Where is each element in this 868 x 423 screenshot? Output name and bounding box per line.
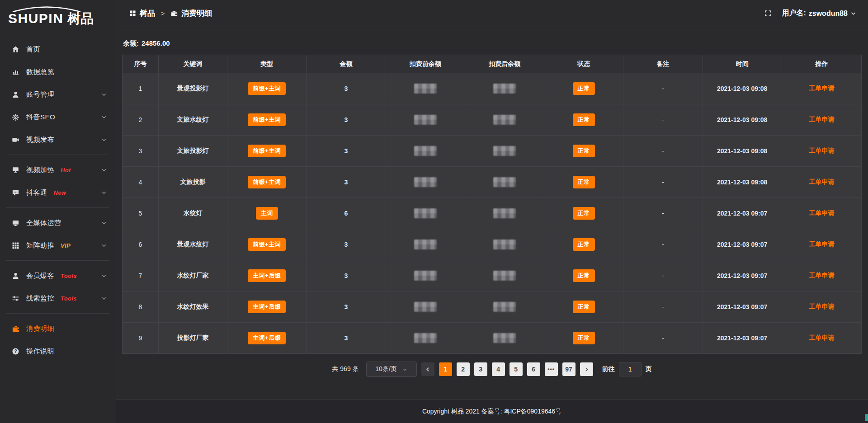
time-cell: 2021-12-03 09:08: [703, 104, 782, 136]
ticket-request-link[interactable]: 工单申请: [809, 272, 834, 280]
type-badge: 主词+后缀: [248, 332, 286, 344]
ticket-request-link[interactable]: 工单申请: [809, 85, 834, 93]
remark-cell: -: [623, 198, 703, 229]
ticket-request-link[interactable]: 工单申请: [809, 116, 834, 124]
chat-bubble-icon: [12, 189, 19, 197]
ticket-request-link[interactable]: 工单申请: [809, 209, 834, 217]
breadcrumb-root[interactable]: 树品: [129, 8, 155, 19]
redacted-balance-after: [493, 333, 516, 343]
type-cell: 前缀+主词: [227, 167, 307, 198]
sidebar-item-data-overview[interactable]: 数据总览: [0, 61, 116, 83]
keyword-cell: 景观投影灯: [159, 73, 227, 104]
column-header: 备注: [623, 55, 703, 73]
row-index-cell: 3: [123, 136, 159, 167]
page-button[interactable]: 2: [457, 362, 470, 376]
type-cell: 前缀+主词: [227, 136, 307, 167]
topbar: 树品 > 消费明细 用户名: zswodun88: [116, 0, 868, 27]
balance-label: 余额:: [123, 39, 139, 47]
chevron-down-icon: [402, 367, 407, 372]
redacted-balance-after: [493, 271, 516, 281]
balance-before-cell: [386, 291, 465, 323]
sidebar-item-home[interactable]: 首页: [0, 38, 116, 61]
prev-page-button[interactable]: [421, 362, 434, 376]
page-buttons: 123456•••97: [439, 362, 576, 376]
sidebar-item-label: 抖客通: [26, 188, 47, 197]
next-page-button[interactable]: [580, 362, 593, 376]
time-cell: 2021-12-03 09:07: [703, 260, 782, 291]
page-button[interactable]: 5: [509, 362, 523, 376]
breadcrumb-current[interactable]: 消费明细: [170, 8, 212, 19]
type-cell: 主词: [227, 198, 307, 229]
status-cell: 正常: [544, 323, 623, 354]
balance-after-cell: [465, 73, 544, 104]
sidebar-item-matrix-boost[interactable]: 矩阵助推 VIP: [0, 234, 116, 257]
amount-cell: 3: [307, 291, 386, 323]
sidebar-item-douyin-seo[interactable]: 抖音SEO: [0, 106, 116, 128]
chevron-down-icon: [101, 273, 107, 278]
column-header: 关键词: [159, 55, 227, 73]
sidebar-item-lead-monitor[interactable]: 线索监控 Tools: [0, 287, 116, 310]
goto-page: 前往 页: [602, 362, 652, 376]
page-button[interactable]: 3: [474, 362, 487, 376]
redacted-balance-after: [493, 115, 516, 125]
breadcrumb-root-label: 树品: [140, 8, 155, 19]
more-pages-button[interactable]: •••: [545, 362, 558, 376]
gear-icon: [12, 113, 19, 121]
sidebar-item-doukewtong[interactable]: 抖客通 New: [0, 181, 116, 204]
column-header: 操作: [782, 55, 861, 73]
dashboard-icon: [129, 10, 136, 17]
sidebar-item-label: 数据总览: [26, 68, 54, 76]
keyword-cell: 投影灯厂家: [159, 323, 227, 354]
user-dropdown[interactable]: 用户名: zswodun88: [782, 9, 856, 18]
ticket-request-link[interactable]: 工单申请: [809, 147, 834, 155]
sidebar-item-account-management[interactable]: 账号管理: [0, 83, 116, 106]
video-camera-icon: [12, 136, 19, 144]
ticket-request-link[interactable]: 工单申请: [809, 303, 834, 311]
type-badge: 主词+后缀: [248, 269, 286, 282]
keyword-cell: 水纹灯效果: [159, 291, 227, 323]
logo[interactable]: SHUPIN 树品: [0, 5, 116, 31]
chevron-down-icon: [101, 114, 107, 120]
action-cell: 工单申请: [782, 323, 861, 354]
footer: Copyright 树品 2021 备案号: 粤ICP备09019646号: [116, 400, 868, 423]
sidebar-item-instructions[interactable]: ? 操作说明: [0, 340, 116, 362]
page-size-select[interactable]: 10条/页: [366, 362, 417, 377]
column-header: 序号: [123, 55, 159, 73]
row-index-cell: 5: [123, 198, 159, 229]
sidebar-item-video-publish[interactable]: 视频发布: [0, 128, 116, 151]
vip-tag: VIP: [61, 242, 71, 249]
page-button[interactable]: 4: [492, 362, 505, 376]
keyword-cell: 景观水纹灯: [159, 229, 227, 260]
remark-cell: -: [623, 136, 703, 167]
ticket-request-link[interactable]: 工单申请: [809, 240, 834, 249]
amount-cell: 3: [307, 323, 386, 354]
page-button[interactable]: 6: [527, 362, 540, 376]
nav-divider: [6, 155, 109, 155]
goto-page-input[interactable]: [619, 362, 642, 376]
column-header: 类型: [227, 55, 307, 73]
username-label: 用户名:: [782, 9, 806, 18]
ticket-request-link[interactable]: 工单申请: [809, 178, 834, 186]
nav-divider: [6, 207, 109, 208]
sidebar-item-consumption-detail[interactable]: 消费明细: [0, 317, 116, 340]
action-cell: 工单申请: [782, 104, 861, 136]
page-button[interactable]: 97: [562, 362, 576, 376]
sidebar-item-label: 抖音SEO: [26, 113, 55, 122]
ticket-request-link[interactable]: 工单申请: [809, 334, 834, 342]
chevron-down-icon: [101, 296, 107, 301]
remark-cell: -: [623, 167, 703, 198]
breadcrumb-current-label: 消费明细: [181, 8, 212, 19]
row-index-cell: 7: [123, 260, 159, 291]
sidebar-item-label: 线索监控: [26, 294, 54, 303]
page-button[interactable]: 1: [439, 362, 452, 376]
sidebar-item-all-media[interactable]: 全媒体运营: [0, 212, 116, 234]
question-circle-icon: ?: [12, 348, 19, 355]
fullscreen-icon[interactable]: [764, 9, 772, 17]
redacted-balance-after: [493, 84, 516, 94]
sidebar-item-member-burst[interactable]: 会员爆客 Tools: [0, 264, 116, 287]
status-cell: 正常: [544, 291, 623, 323]
sidebar-item-video-heat[interactable]: 视频加热 Hot: [0, 159, 116, 181]
remark-cell: -: [623, 104, 703, 136]
column-header: 扣费前余额: [386, 55, 465, 73]
chevron-down-icon: [101, 92, 107, 97]
